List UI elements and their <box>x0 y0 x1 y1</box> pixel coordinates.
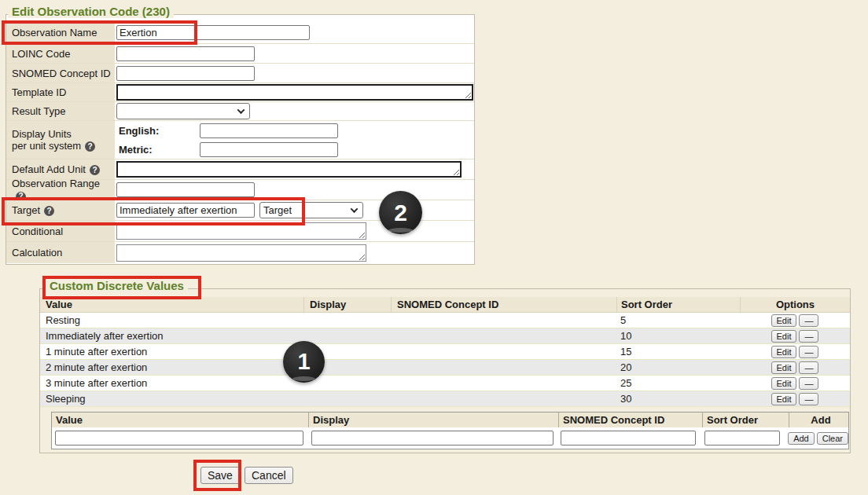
metric-units-label: Metric: <box>116 144 200 156</box>
conditional-textarea[interactable] <box>116 222 366 240</box>
add-column-header-add: Add <box>789 412 848 427</box>
calculation-label: Calculation <box>12 247 62 258</box>
remove-button[interactable]: — <box>799 346 818 358</box>
remove-button[interactable]: — <box>799 361 818 374</box>
save-button[interactable]: Save <box>200 467 240 484</box>
cell-sort-order: 25 <box>616 377 740 389</box>
cell-sort-order: 10 <box>616 330 740 342</box>
add-button[interactable]: Add <box>788 432 815 445</box>
column-header-snomed: SNOMED Concept ID <box>391 297 616 312</box>
form-row-template-id: Template ID <box>6 83 474 102</box>
table-row: Sleeping 30 Edit — <box>40 391 850 407</box>
result-type-label: Result Type <box>12 105 65 117</box>
cell-value: 3 minute after exertion <box>40 377 303 389</box>
template-id-label: Template ID <box>12 86 66 98</box>
step-badge-1: 1 <box>283 341 325 383</box>
form-row-observation-name: Observation Name <box>6 22 474 44</box>
add-column-header-sort-order: Sort Order <box>702 412 789 427</box>
metric-units-input[interactable] <box>200 142 338 157</box>
column-header-display: Display <box>303 297 391 312</box>
english-units-input[interactable] <box>200 123 338 138</box>
custom-discrete-values-section: Value Display SNOMED Concept ID Sort Ord… <box>39 288 851 453</box>
observation-name-input[interactable] <box>116 25 310 40</box>
add-column-header-snomed: SNOMED Concept ID <box>558 412 702 427</box>
cell-sort-order: 15 <box>616 346 740 358</box>
help-icon[interactable]: ? <box>90 165 100 175</box>
remove-button[interactable]: — <box>799 393 818 405</box>
remove-button[interactable]: — <box>799 314 818 327</box>
edit-observation-code-screen: Edit Observation Code (230) Observation … <box>0 0 868 495</box>
cancel-button[interactable]: Cancel <box>245 467 293 484</box>
new-snomed-input[interactable] <box>561 431 696 446</box>
custom-discrete-values-title: Custom Discrete Values <box>46 279 188 292</box>
edit-button[interactable]: Edit <box>771 330 797 343</box>
new-display-input[interactable] <box>311 431 554 446</box>
cell-sort-order: 5 <box>616 314 740 326</box>
result-type-select[interactable] <box>116 103 250 119</box>
default-add-unit-label: Default Add Unit? <box>12 163 100 176</box>
form-row-snomed: SNOMED Concept ID <box>6 64 474 83</box>
remove-button[interactable]: — <box>799 330 818 343</box>
edit-button[interactable]: Edit <box>771 314 797 327</box>
chevron-down-icon <box>237 106 245 114</box>
template-id-textarea[interactable] <box>116 84 473 101</box>
form-title: Edit Observation Code (230) <box>8 5 174 18</box>
observation-name-label: Observation Name <box>12 27 97 38</box>
edit-button[interactable]: Edit <box>771 346 797 358</box>
observation-range-input[interactable] <box>116 182 255 197</box>
edit-button[interactable]: Edit <box>771 377 797 390</box>
default-add-unit-textarea[interactable] <box>116 161 462 178</box>
add-value-subtable: Value Display SNOMED Concept ID Sort Ord… <box>51 412 849 449</box>
form-row-result-type: Result Type <box>6 102 474 121</box>
table-row: 1 minute after exertion 15 Edit — <box>40 344 850 360</box>
display-units-label: Display Units per unit system? <box>12 128 95 152</box>
add-column-header-value: Value <box>52 412 308 427</box>
step-badge-2: 2 <box>379 191 422 234</box>
clear-button[interactable]: Clear <box>817 432 848 445</box>
help-icon[interactable]: ? <box>85 141 95 152</box>
help-icon[interactable]: ? <box>44 206 54 216</box>
column-header-sort-order: Sort Order <box>616 297 740 312</box>
table-row: Resting 5 Edit — <box>40 313 850 328</box>
add-header-row: Value Display SNOMED Concept ID Sort Ord… <box>52 412 848 427</box>
cell-value: Sleeping <box>40 393 303 405</box>
column-header-value: Value <box>40 297 303 312</box>
cell-sort-order: 30 <box>616 393 740 405</box>
chevron-down-icon <box>351 205 359 213</box>
discrete-values-header-row: Value Display SNOMED Concept ID Sort Ord… <box>40 297 850 313</box>
form-row-default-add-unit: Default Add Unit? <box>6 160 474 180</box>
table-row: 3 minute after exertion 25 Edit — <box>40 376 850 391</box>
add-input-row: Add Clear <box>52 427 848 449</box>
new-value-input[interactable] <box>55 431 303 446</box>
cell-value: 2 minute after exertion <box>40 361 303 373</box>
english-units-label: English: <box>116 125 200 137</box>
new-sort-order-input[interactable] <box>704 431 780 446</box>
form-row-calculation: Calculation <box>6 242 474 263</box>
loinc-code-label: LOINC Code <box>12 48 70 60</box>
target-value-input[interactable] <box>116 203 255 218</box>
form-row-display-units: Display Units per unit system? English: … <box>6 121 474 160</box>
form-row-loinc: LOINC Code <box>6 44 474 64</box>
edit-button[interactable]: Edit <box>771 393 797 405</box>
table-row: 2 minute after exertion 20 Edit — <box>40 360 850 376</box>
observation-range-label: Observation Range? <box>12 178 112 202</box>
cell-value: Resting <box>40 314 303 326</box>
snomed-concept-id-label: SNOMED Concept ID <box>12 68 111 79</box>
target-selected-value: Target <box>263 204 292 216</box>
remove-button[interactable]: — <box>799 377 818 390</box>
target-select[interactable]: Target <box>259 202 363 218</box>
conditional-label: Conditional <box>12 226 63 237</box>
snomed-concept-id-input[interactable] <box>116 66 255 81</box>
edit-button[interactable]: Edit <box>771 361 797 374</box>
cell-value: Immediately after exertion <box>40 330 303 342</box>
target-label: Target? <box>12 204 54 217</box>
loinc-code-input[interactable] <box>116 46 255 61</box>
add-column-header-display: Display <box>308 412 558 427</box>
calculation-textarea[interactable] <box>116 244 366 262</box>
table-row: Immediately after exertion 10 Edit — <box>40 328 850 344</box>
cell-sort-order: 20 <box>616 361 740 373</box>
cell-value: 1 minute after exertion <box>40 346 303 358</box>
column-header-options: Options <box>740 297 850 312</box>
